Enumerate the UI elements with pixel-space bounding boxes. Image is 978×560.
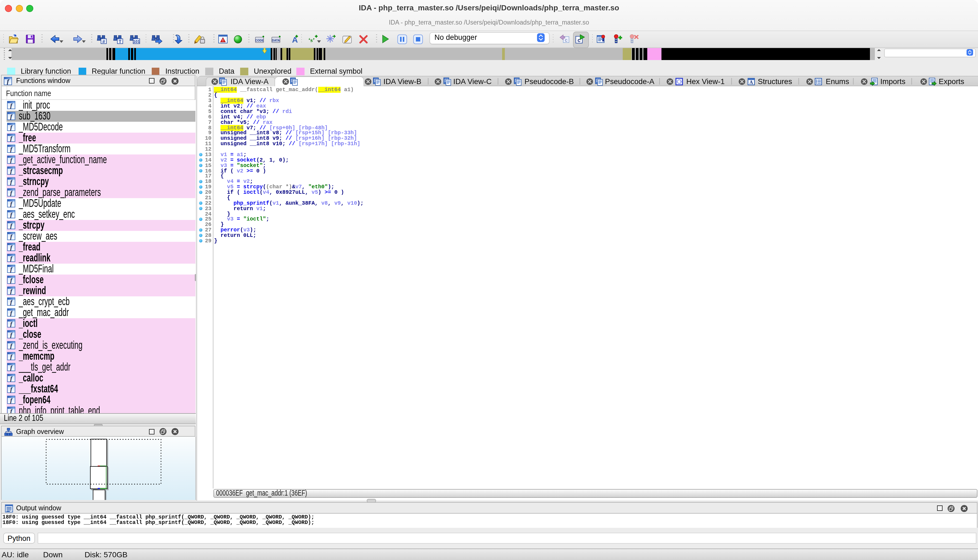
svg-text:T: T — [119, 39, 122, 44]
svg-text:101: 101 — [133, 39, 140, 43]
svg-text:DATA: DATA — [272, 38, 280, 42]
svg-text:A: A — [749, 80, 753, 85]
svg-text:‘s’: ‘s’ — [308, 36, 315, 43]
svg-text:!: ! — [222, 38, 223, 42]
svg-text:#: # — [102, 39, 105, 44]
svg-text:c: c — [565, 37, 568, 43]
svg-text:CODE: CODE — [255, 38, 264, 42]
